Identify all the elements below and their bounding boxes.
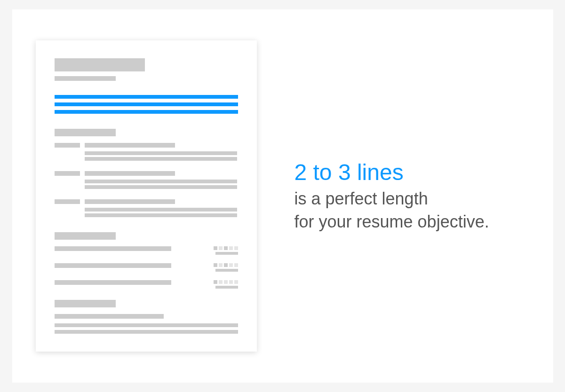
bottom-section [55, 300, 238, 334]
exp-detail-placeholder [85, 213, 237, 217]
skill-row [55, 263, 238, 272]
section-heading-placeholder [55, 300, 116, 307]
rating-dot-icon [219, 280, 223, 284]
skill-rating [214, 263, 238, 272]
resume-mockup [36, 40, 257, 352]
skills-section [55, 232, 238, 289]
section-heading-placeholder [55, 129, 116, 136]
experience-row [55, 143, 238, 163]
rating-dot-icon [224, 263, 228, 267]
text-placeholder [55, 314, 164, 319]
text-placeholder [55, 323, 238, 327]
skill-rating [214, 246, 238, 255]
rating-dot-icon [214, 280, 217, 284]
resume-contact-placeholder [55, 76, 116, 81]
section-heading-placeholder [55, 232, 116, 240]
exp-detail-placeholder [85, 151, 237, 155]
text-placeholder [55, 330, 238, 334]
message-block: 2 to 3 lines is a perfect length for you… [257, 159, 530, 234]
rating-dot-icon [214, 263, 217, 267]
skill-label-placeholder [55, 280, 171, 285]
resume-name-placeholder [55, 58, 145, 71]
headline-text: 2 to 3 lines [294, 159, 530, 186]
rating-dots [214, 280, 238, 284]
rating-dot-icon [214, 246, 217, 250]
objective-line [55, 95, 238, 99]
rating-dots [214, 246, 238, 250]
exp-detail-placeholder [85, 185, 237, 189]
exp-content-placeholder [85, 143, 238, 163]
resume-objective-highlight [55, 95, 238, 114]
exp-date-placeholder [55, 171, 80, 176]
exp-date-placeholder [55, 199, 80, 204]
objective-line [55, 110, 238, 114]
rating-dot-icon [234, 246, 238, 250]
skill-label-placeholder [55, 246, 171, 251]
exp-title-placeholder [85, 199, 175, 204]
skill-rating [214, 280, 238, 289]
skill-row [55, 280, 238, 289]
objective-line [55, 102, 238, 106]
rating-dot-icon [234, 263, 238, 267]
exp-content-placeholder [85, 171, 238, 191]
infographic-card: 2 to 3 lines is a perfect length for you… [12, 9, 553, 383]
rating-dot-icon [224, 246, 228, 250]
rating-dots [214, 263, 238, 267]
skill-row [55, 246, 238, 255]
exp-detail-placeholder [85, 208, 237, 212]
exp-title-placeholder [85, 171, 175, 176]
rating-sublabel-placeholder [215, 286, 238, 289]
subtext-line: is a perfect length [294, 188, 530, 211]
rating-dot-icon [234, 280, 238, 284]
rating-dot-icon [229, 263, 233, 267]
experience-row [55, 199, 238, 219]
rating-dot-icon [229, 280, 233, 284]
exp-date-placeholder [55, 143, 80, 148]
rating-dot-icon [224, 280, 228, 284]
exp-title-placeholder [85, 143, 175, 148]
experience-row [55, 171, 238, 191]
rating-dot-icon [219, 263, 223, 267]
rating-sublabel-placeholder [215, 269, 238, 272]
rating-dot-icon [219, 246, 223, 250]
subtext-line: for your resume objective. [294, 211, 530, 234]
exp-detail-placeholder [85, 180, 237, 183]
rating-dot-icon [229, 246, 233, 250]
exp-detail-placeholder [85, 157, 237, 161]
skill-label-placeholder [55, 263, 171, 268]
exp-content-placeholder [85, 199, 238, 219]
rating-sublabel-placeholder [215, 252, 238, 255]
